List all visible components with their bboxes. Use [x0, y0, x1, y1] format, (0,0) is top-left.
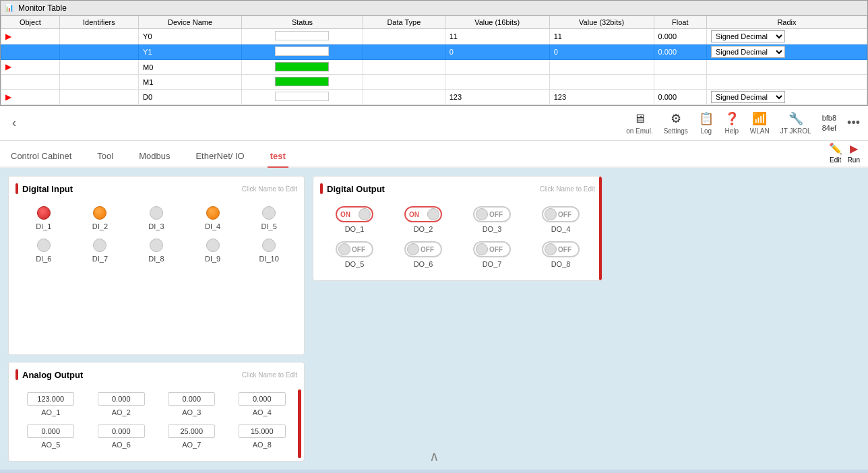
analog-output-card: Analog Output Click Name to Edit AO_1AO_…: [8, 362, 305, 462]
table-row[interactable]: ▶Y011110.000Signed Decimal: [1, 29, 867, 44]
ao-item[interactable]: AO_7: [159, 424, 224, 449]
settings-icon-item[interactable]: ⚙ Settings: [664, 111, 688, 135]
row-status: [242, 60, 363, 75]
ao-input[interactable]: [98, 424, 145, 438]
ao-scrollbar[interactable]: [298, 389, 301, 458]
tab-modbus[interactable]: Modbus: [136, 146, 173, 168]
row-identifier: [59, 75, 138, 90]
toggle-switch[interactable]: OFF: [336, 241, 373, 257]
ao-input[interactable]: [98, 392, 145, 406]
di-item[interactable]: DI_8: [131, 239, 182, 263]
ao-item[interactable]: AO_5: [18, 424, 84, 449]
ao-item[interactable]: AO_3: [159, 392, 224, 416]
di-item[interactable]: DI_3: [131, 206, 182, 230]
table-row[interactable]: ▶D01231230.000Signed Decimal: [1, 90, 867, 105]
di-label: DI_1: [36, 222, 51, 230]
window-icon: 📊: [5, 3, 14, 12]
ao-input[interactable]: [168, 392, 215, 406]
tab-control-cabinet[interactable]: Control Cabinet: [8, 146, 74, 168]
settings-icon: ⚙: [671, 111, 681, 126]
di-item[interactable]: DI_2: [75, 206, 126, 230]
do-item[interactable]: OFFDO_8: [529, 241, 592, 268]
di-item[interactable]: DI_5: [243, 206, 294, 230]
ao-label: AO_5: [41, 441, 60, 449]
back-button[interactable]: ‹: [8, 115, 20, 131]
di-item[interactable]: DI_4: [187, 206, 239, 230]
table-row[interactable]: M1: [1, 75, 867, 90]
do-item[interactable]: OFFDO_7: [460, 241, 524, 268]
row-value16: 11: [445, 29, 549, 44]
radix-select[interactable]: Signed Decimal: [711, 30, 785, 42]
ao-input[interactable]: [239, 424, 286, 438]
di-label: DI_5: [261, 222, 277, 230]
emulator-icon-item[interactable]: 🖥 on Emul.: [626, 112, 652, 135]
table-row[interactable]: Y1000.000Signed Decimal: [1, 44, 867, 60]
toggle-switch[interactable]: ON: [404, 206, 442, 222]
radix-select[interactable]: Signed Decimal: [711, 46, 785, 58]
di-item[interactable]: DI_9: [187, 239, 239, 263]
wlan-icon-item[interactable]: 📶 WLAN: [750, 111, 770, 135]
toggle-switch[interactable]: OFF: [473, 206, 511, 222]
row-status: [242, 75, 363, 90]
jt-icon-item[interactable]: 🔧 JT JKROL: [780, 111, 811, 135]
toggle-switch[interactable]: OFF: [473, 241, 511, 257]
di-item[interactable]: DI_10: [243, 239, 294, 263]
row-pointer-cell: [1, 44, 60, 60]
ao-input[interactable]: [27, 424, 74, 438]
ao-item[interactable]: AO_2: [89, 392, 154, 416]
col-radix: Radix: [706, 16, 867, 29]
toggle-knob: [545, 243, 557, 255]
toggle-knob: [476, 208, 488, 220]
tab-tool[interactable]: Tool: [94, 146, 116, 168]
log-icon-item[interactable]: 📋 Log: [699, 111, 714, 135]
do-item[interactable]: OFFDO_3: [460, 206, 524, 233]
ao-item[interactable]: AO_4: [230, 392, 295, 416]
row-pointer-cell: ▶: [1, 60, 60, 75]
digital-output-card: Digital Output Click Name to Edit ONDO_1…: [313, 176, 602, 281]
edit-icon: ✏️: [829, 142, 842, 155]
toggle-switch[interactable]: OFF: [404, 241, 442, 257]
toggle-switch[interactable]: OFF: [542, 206, 580, 222]
di-dot: [206, 206, 220, 220]
ao-input[interactable]: [239, 392, 286, 406]
di-label: DI_3: [148, 222, 164, 230]
ao-item[interactable]: AO_1: [18, 392, 84, 416]
row-pointer-cell: [1, 75, 60, 90]
run-button[interactable]: ▶ Run: [848, 142, 860, 164]
more-button[interactable]: •••: [847, 116, 860, 130]
bottom-chevron[interactable]: ∧: [429, 448, 439, 464]
col-status: Status: [242, 16, 363, 29]
do-label: DO_4: [551, 225, 571, 233]
di-item[interactable]: DI_1: [18, 206, 69, 230]
ao-label: AO_3: [182, 408, 201, 416]
di-item[interactable]: DI_6: [18, 239, 69, 263]
ao-item[interactable]: AO_8: [230, 424, 295, 449]
do-item[interactable]: ONDO_2: [392, 206, 455, 233]
toggle-switch[interactable]: ON: [336, 206, 373, 222]
red-bar-do: [320, 183, 323, 194]
tab-ethernet-io[interactable]: EtherNet/ IO: [193, 146, 247, 168]
row-value16: 123: [445, 90, 549, 105]
edit-button[interactable]: ✏️ Edit: [829, 142, 842, 164]
row-status: [242, 90, 363, 105]
row-data-type: [363, 75, 445, 90]
table-row[interactable]: ▶M0: [1, 60, 867, 75]
settings-label: Settings: [664, 127, 688, 135]
ao-input[interactable]: [27, 392, 74, 406]
ao-item[interactable]: AO_6: [89, 424, 154, 449]
tab-test[interactable]: test: [268, 146, 288, 168]
row-identifier: [59, 44, 138, 60]
do-scrollbar[interactable]: [599, 177, 602, 280]
do-item[interactable]: OFFDO_5: [323, 241, 386, 268]
toggle-switch[interactable]: OFF: [542, 241, 580, 257]
do-item[interactable]: OFFDO_6: [392, 241, 455, 268]
digital-output-title: Digital Output Click Name to Edit: [320, 183, 595, 194]
di-dot: [93, 206, 106, 220]
di-item[interactable]: DI_7: [75, 239, 126, 263]
do-item[interactable]: ONDO_1: [323, 206, 386, 233]
ao-input[interactable]: [168, 424, 215, 438]
do-item[interactable]: OFFDO_4: [529, 206, 592, 233]
title-bar: 📊 Monitor Table: [1, 1, 867, 15]
help-icon-item[interactable]: ❓ Help: [724, 111, 739, 135]
radix-select[interactable]: Signed Decimal: [711, 91, 785, 103]
